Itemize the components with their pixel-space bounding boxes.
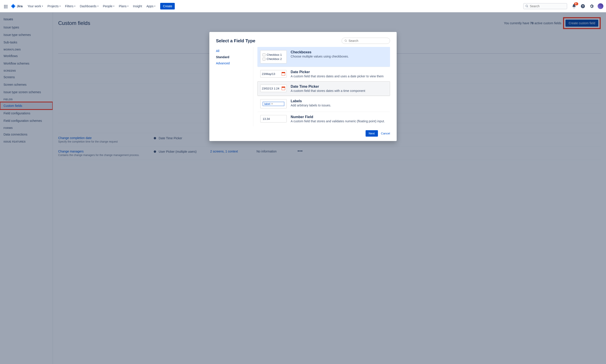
cancel-button[interactable]: Cancel	[381, 132, 390, 135]
field-type-description: Add arbitrary labels to issues.	[291, 104, 331, 107]
calendar-icon	[282, 87, 285, 90]
svg-point-9	[526, 5, 528, 7]
svg-rect-5	[7, 6, 7, 7]
search-icon	[525, 4, 529, 8]
field-type-thumbnail: 23/May/13	[260, 70, 287, 78]
svg-rect-6	[4, 8, 5, 8]
svg-rect-3	[4, 6, 5, 7]
chevron-down-icon: ▾	[42, 5, 43, 7]
svg-rect-4	[5, 6, 6, 7]
field-type-thumbnail: 23/02/13 1:24	[260, 85, 287, 92]
svg-rect-8	[7, 8, 7, 8]
svg-rect-0	[4, 5, 5, 5]
svg-line-10	[527, 6, 528, 7]
user-avatar[interactable]	[598, 3, 603, 9]
nav-item-people[interactable]: People▾	[101, 3, 117, 9]
top-navigation: Jira Your work▾Projects▾Filters▾Dashboar…	[0, 0, 606, 12]
create-button[interactable]: Create	[160, 3, 175, 10]
calendar-icon	[282, 72, 285, 76]
chevron-down-icon: ▾	[113, 5, 114, 7]
field-type-name: Date Time Picker	[291, 85, 365, 89]
nav-item-plans[interactable]: Plans▾	[116, 3, 131, 9]
field-type-name: Date Picker	[291, 70, 384, 74]
select-field-type-dialog: Select a Field Type AllStandardAdvanced …	[209, 32, 397, 141]
notifications-icon[interactable]: 9+	[571, 3, 577, 9]
svg-rect-7	[5, 8, 6, 8]
settings-icon[interactable]	[589, 3, 594, 9]
dialog-title: Select a Field Type	[216, 38, 255, 43]
nav-item-filters[interactable]: Filters▾	[63, 3, 77, 9]
field-type-thumbnail: 13.34	[260, 115, 287, 122]
svg-line-16	[346, 41, 347, 42]
chevron-down-icon: ▾	[97, 5, 99, 7]
notification-badge: 9+	[574, 2, 578, 5]
logo-text: Jira	[17, 4, 23, 8]
svg-rect-2	[7, 5, 7, 5]
nav-item-your-work[interactable]: Your work▾	[25, 3, 45, 9]
field-type-name: Checkboxes	[291, 50, 349, 54]
field-type-list: Checkbox 1Checkbox 2CheckboxesChoose mul…	[258, 47, 390, 126]
global-search-input[interactable]	[530, 4, 565, 8]
field-type-description: A custom field that stores dates with a …	[291, 89, 365, 92]
chevron-down-icon: ▾	[127, 5, 129, 7]
dialog-tab-advanced[interactable]: Advanced	[216, 60, 253, 66]
dialog-category-tabs: AllStandardAdvanced	[216, 47, 253, 126]
nav-item-dashboards[interactable]: Dashboards▾	[77, 3, 101, 9]
nav-item-apps[interactable]: Apps▾	[144, 3, 158, 9]
dialog-tab-standard[interactable]: Standard	[216, 54, 253, 60]
field-type-description: A custom field that stores dates and use…	[291, 75, 384, 78]
dialog-tab-all[interactable]: All	[216, 48, 253, 54]
field-type-description: Choose multiple values using checkboxes.	[291, 55, 349, 58]
app-switcher-icon[interactable]	[3, 3, 8, 9]
next-button[interactable]: Next	[366, 130, 378, 137]
field-type-thumbnail: Checkbox 1Checkbox 2	[260, 50, 287, 64]
field-type-checkboxes[interactable]: Checkbox 1Checkbox 2CheckboxesChoose mul…	[258, 47, 390, 67]
field-type-thumbnail: label ✕	[260, 99, 287, 108]
svg-text:?: ?	[582, 4, 584, 8]
nav-item-insight[interactable]: Insight	[131, 3, 144, 9]
field-type-date-time-picker[interactable]: 23/02/13 1:24Date Time PickerA custom fi…	[258, 81, 390, 96]
field-type-date-picker[interactable]: 23/May/13Date PickerA custom field that …	[258, 67, 390, 81]
jira-logo[interactable]: Jira	[9, 3, 25, 9]
field-type-labels[interactable]: label ✕LabelsAdd arbitrary labels to iss…	[258, 96, 390, 112]
chevron-down-icon: ▾	[60, 5, 61, 7]
chevron-down-icon: ▾	[74, 5, 75, 7]
dialog-search-input[interactable]	[348, 39, 387, 42]
svg-rect-1	[5, 5, 6, 5]
field-type-name: Number Field	[291, 115, 385, 119]
field-type-description: A custom field that stores and validates…	[291, 119, 385, 123]
field-type-name: Labels	[291, 99, 331, 103]
svg-point-15	[345, 40, 347, 41]
chevron-down-icon: ▾	[154, 5, 155, 7]
help-icon[interactable]: ?	[580, 3, 586, 9]
search-icon	[344, 39, 347, 42]
dialog-search[interactable]	[342, 38, 390, 44]
nav-item-projects[interactable]: Projects▾	[45, 3, 63, 9]
field-type-number-field[interactable]: 13.34Number FieldA custom field that sto…	[258, 112, 390, 126]
global-search[interactable]	[523, 3, 567, 9]
